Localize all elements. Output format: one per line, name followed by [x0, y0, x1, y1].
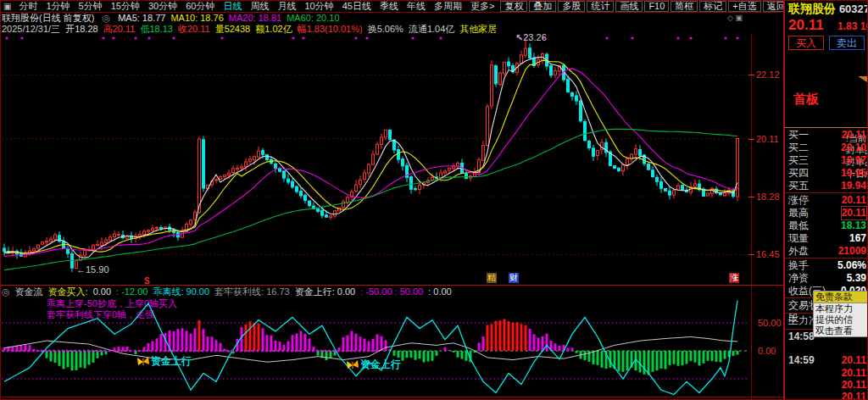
quote-row-买三[interactable]: 买三19.97: [788, 154, 868, 167]
butterfly-icon: [137, 357, 149, 367]
quote-row-净资[interactable]: 净资5.39: [788, 272, 868, 285]
quote-row-买五[interactable]: 买五19.94: [788, 180, 868, 192]
period-tab-45日线[interactable]: 45日线: [338, 1, 376, 11]
toolbar-button-多股[interactable]: 多股: [558, 1, 585, 12]
price-axis-line: [751, 34, 752, 398]
toolbar-button-统计[interactable]: 统计: [587, 1, 614, 12]
indicator-header-segment: : -12.00: [116, 286, 147, 297]
sell-button[interactable]: 卖出: [829, 36, 865, 50]
period-tab-10分钟[interactable]: 10分钟: [300, 1, 337, 11]
chart-badge-涨[interactable]: 涨: [729, 273, 739, 283]
fold-corner-icon[interactable]: [858, 76, 868, 84]
period-tab-5分钟[interactable]: 5分钟: [75, 1, 107, 11]
butterfly-icon: [347, 360, 359, 370]
board-tag: 首板: [793, 92, 819, 108]
buy-button[interactable]: 买入: [788, 36, 824, 50]
quote-label: 涨停: [788, 194, 809, 206]
quote-value: 20.11: [842, 207, 866, 219]
toolbar-button-+自选[interactable]: +自选: [728, 1, 760, 12]
period-tab-15分钟[interactable]: 15分钟: [107, 1, 144, 11]
indicator-axis-label: 0.00: [758, 346, 783, 356]
period-tab-1分钟[interactable]: 1分钟: [42, 1, 74, 11]
ohlc-segment: 量52438: [215, 24, 251, 34]
period-tab-分时[interactable]: 分时: [14, 1, 42, 11]
quote-value: 20.11: [842, 194, 866, 207]
indicator-header-segment: ◎: [2, 286, 10, 297]
quote-label: 买二: [788, 142, 809, 153]
ohlc-segment: 幅1.83(10.01%): [298, 24, 363, 34]
period-tab-季线[interactable]: 季线: [376, 1, 403, 11]
toolbar-button-复权[interactable]: 复权: [500, 1, 527, 12]
ma-segment: MA10: 18.76: [170, 13, 223, 23]
money-flow-indicator[interactable]: [0, 297, 751, 397]
quote-row-现量[interactable]: 现量167: [788, 232, 868, 245]
quote-row-买一[interactable]: 买一20.11: [788, 129, 868, 142]
quote-label: 外盘: [788, 245, 809, 257]
tick-row: 14:5920.11: [788, 354, 868, 367]
quote-label: 净资: [788, 272, 809, 284]
quote-value: 5.06%: [837, 259, 866, 272]
indicator-header-segment: 资金上行: 0.00: [295, 286, 356, 297]
stock-code: 603272: [839, 3, 868, 15]
toolbar-button-简框[interactable]: 简框: [670, 1, 698, 12]
quote-label: 买四: [788, 167, 809, 179]
tick-value-row: 20.11: [788, 379, 868, 392]
chart-badge-精[interactable]: 精: [487, 273, 497, 283]
signal-label-1: 资金上行: [137, 354, 192, 369]
chart-badge-财[interactable]: 财: [509, 273, 519, 283]
indicator-axis-label: 50.00: [758, 318, 783, 328]
gear-icon[interactable]: ◎: [102, 13, 110, 23]
ohlc-segment: 2025/12/31/三: [2, 24, 60, 34]
quote-row-最高[interactable]: 最高20.11: [788, 207, 868, 219]
period-tab-月线[interactable]: 月线: [273, 1, 300, 11]
ohlc-segment: 低18.13: [140, 24, 173, 34]
toolbar-button-标记[interactable]: 标记: [699, 1, 726, 12]
window-bottom-border: [0, 397, 868, 397]
chart-corner-icons[interactable]: ◇ ▣: [727, 14, 743, 22]
quote-row-买四[interactable]: 买四19.95: [788, 167, 868, 180]
quote-row-买二[interactable]: 买二20.10: [788, 142, 868, 154]
toolbar-button-F10[interactable]: F10: [644, 1, 669, 12]
quote-row-最低[interactable]: 最低18.13: [788, 219, 868, 232]
candlestick-chart[interactable]: [0, 34, 783, 285]
toolbar-button-画线[interactable]: 画线: [615, 1, 643, 12]
tooltip-body: 本程序力提供的信双击查看: [813, 303, 868, 337]
axis-tick: [748, 75, 754, 75]
period-tab-多周期[interactable]: 多周期: [430, 1, 466, 11]
price-change: 1.83 10.0: [837, 20, 868, 32]
limit-up-board-panel: 首板 !当前封封单占封单占十日总: [785, 54, 868, 128]
period-tab-周线[interactable]: 周线: [246, 1, 273, 11]
panel-divider[interactable]: [0, 285, 783, 286]
quote-row-外盘[interactable]: 外盘21009: [788, 245, 868, 258]
signal-text: 资金上行: [151, 354, 192, 369]
indicator-header-segment: : -50.00 : 50.00: [360, 286, 423, 297]
indicator-header-segment: 乖离线: 90.00: [153, 286, 209, 297]
ma-values: MA5: 18.77MA10: 18.76MA20: 18.81MA60: 20…: [118, 13, 344, 23]
period-tab-年线[interactable]: 年线: [403, 1, 430, 11]
ohlc-segment: 额1.02亿: [255, 24, 292, 34]
price-axis-label: 18.28: [756, 192, 782, 202]
disclaimer-tooltip: 免责条款 本程序力提供的信双击查看: [813, 291, 868, 337]
signal-label-2: 资金上行: [347, 358, 401, 372]
indicator-header-segment: 0.00: [93, 286, 111, 297]
period-tab-60分钟[interactable]: 60分钟: [181, 1, 219, 11]
last-price: 20.11: [788, 17, 824, 34]
ma-segment: MA5: 18.77: [118, 13, 165, 23]
ma-segment: MA20: 18.81: [229, 13, 281, 23]
tooltip-header[interactable]: 免责条款: [813, 291, 868, 303]
quote-row-涨停[interactable]: 涨停20.11: [788, 194, 868, 207]
sidebar-stock-name: 联翔股份 603272: [788, 2, 868, 17]
quote-row-换手[interactable]: 换手5.06%: [788, 259, 868, 272]
period-tab-更多>[interactable]: 更多>: [466, 1, 498, 11]
tooltip-line: 本程序力: [815, 303, 868, 314]
axis-tick: [748, 197, 754, 197]
window-icon[interactable]: ▣: [3, 2, 11, 11]
quote-sidebar: 联翔股份 603272 20.11 1.83 10.0 买入 卖出 首板 !当前…: [783, 0, 868, 400]
axis-tick: [748, 139, 754, 140]
tick-value-row: 20.11: [788, 367, 868, 380]
period-tab-30分钟[interactable]: 30分钟: [144, 1, 181, 11]
ohlc-segment: 其他家居: [459, 24, 497, 34]
period-tab-日线[interactable]: 日线: [219, 1, 246, 11]
quote-label: 现量: [788, 232, 809, 244]
toolbar-button-叠加[interactable]: 叠加: [529, 1, 556, 12]
